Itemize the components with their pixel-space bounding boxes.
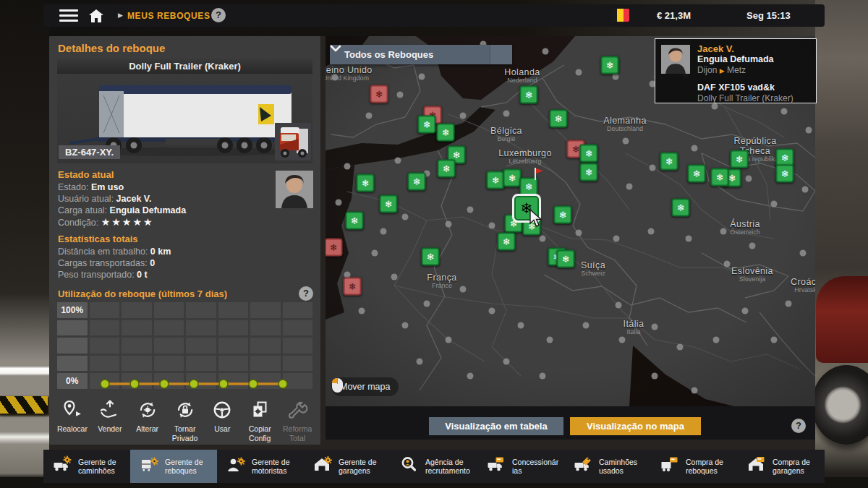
city-dot [518,322,524,329]
trailer-map-icon-green[interactable]: ❄ [422,248,440,266]
map-help-icon[interactable]: ? [791,419,806,433]
info-label: Carga atual: [58,205,110,215]
nav-item-label: Concessionárias [512,458,560,476]
home-button[interactable] [88,8,104,27]
trailer-map-icon-green[interactable]: ❄ [711,168,729,187]
trailer-map-icon-green[interactable]: ❄ [380,195,398,213]
info-label: Estado: [58,182,91,192]
city-dot [395,158,401,164]
nav-item-garage-gear[interactable]: Gerente de garagens [304,450,391,483]
city-dot [771,337,778,343]
trailer-map-icon-green[interactable]: ❄ [346,212,364,230]
nav-item-used-tag[interactable]: Caminhões usados [564,450,651,483]
trailer-map-icon-green[interactable]: ❄ [503,169,522,187]
menu-button[interactable] [59,9,78,22]
trailer-map-icon-red[interactable]: ❄ [326,239,343,257]
trailer-map-icon-green[interactable]: ❄ [672,199,690,217]
trailer-map-icon-green[interactable]: ❄ [580,163,598,181]
info-label: Usuário atual: [58,194,116,204]
nav-item-label: Gerente de motoristas [252,458,299,476]
trailer-map-icon-green[interactable]: ❄ [580,145,598,163]
city-dot [583,322,590,329]
city-dot [713,337,720,343]
action-button-private[interactable]: Tornar Privado [166,399,204,442]
breadcrumb-arrow-icon: ▶ [118,12,123,19]
city-dot [626,184,633,190]
nav-item-trailer-card[interactable]: Compra de reboques [651,450,738,483]
city-dot [806,127,812,134]
panel-title: Detalhes do reboque [58,42,312,54]
trailer-gear-icon [139,455,161,477]
sell-icon [91,399,129,422]
trailer-map-icon-green[interactable]: ❄ [688,165,706,183]
copy-icon [241,399,278,422]
table-view-button[interactable]: Visualização em tabela [429,417,563,435]
nav-item-garage-card[interactable]: Compra de garagens [738,450,825,483]
city-dot [677,344,684,351]
trailer-map-icon-green[interactable]: ❄ [487,171,505,189]
truck-thumbnail[interactable] [275,123,311,160]
chart-point [249,380,258,388]
driver-name: Jacek V. [697,43,793,54]
money-display: € 21,3M [657,10,691,21]
chart-point [101,380,109,388]
city-dot [692,388,698,394]
nav-item-label: Gerente de garagens [339,458,386,476]
city-dot [712,103,718,110]
action-label: Tornar Privado [166,424,204,442]
trailer-filter-dropdown[interactable]: Todos os Reboques [330,45,512,64]
trailer-map-icon-green[interactable]: ❄ [520,86,538,104]
city-dot [460,286,467,293]
city-dot [446,221,452,228]
nav-item-dealer-card[interactable]: Concessionárias [477,450,564,483]
trailer-map-icon-green[interactable]: ❄ [660,153,678,171]
trailer-map-icon-green[interactable]: ❄ [731,150,749,168]
action-button-use[interactable]: Usar [203,399,241,442]
trailer-map-icon-green[interactable]: ❄ [438,160,456,178]
city-dot [503,111,510,117]
action-button-modify[interactable]: Alterar [129,399,166,442]
info-value: 0 km [150,247,171,257]
info-row: Estado: Em uso [58,181,312,193]
city-dot [616,302,622,309]
stats-header: Estatísticas totais [58,234,312,244]
move-map-hint: Mover mapa [331,377,399,396]
city-dot [424,301,430,307]
chart-help-icon[interactable]: ? [299,286,313,301]
garage-gear-icon [312,455,334,477]
map-view-button[interactable]: Visualização no mapa [570,417,701,435]
top-bar: ▶ MEUS REBOQUES ? € 21,3M Seg 15:13 [43,4,825,27]
nav-item-truck-gear[interactable]: Gerente de caminhões [43,450,130,483]
trailer-map-icon-green[interactable]: ❄ [550,110,568,128]
trailer-map-icon-green[interactable]: ❄ [408,173,426,191]
trailer-map-icon-red[interactable]: ❄ [344,278,362,296]
trailer-map-icon-red[interactable]: ❄ [370,85,388,103]
action-button-sell[interactable]: Vender [91,399,129,442]
trailer-map-icon-green[interactable]: ❄ [498,233,516,251]
trailer-map-icon-green[interactable]: ❄ [418,116,436,134]
trailer-map-icon-green[interactable]: ❄ [557,250,575,268]
city-dot [489,308,495,314]
stats-section: Estatísticas totais Distância em trabalh… [58,234,312,281]
action-button-copy[interactable]: Copiar Config [241,399,278,442]
trailer-map-icon-green[interactable]: ❄ [601,56,619,74]
help-icon[interactable]: ? [211,8,226,22]
city-dot [746,176,752,182]
nav-item-label: Agência de recrutamento [425,458,473,476]
city-dot [547,337,553,343]
nav-item-trailer-gear[interactable]: Gerente de reboques [130,450,217,483]
trailer-map-icon-green[interactable]: ❄ [437,124,455,142]
truck-fender-background [816,276,868,363]
action-button-relocate[interactable]: Realocar [54,399,91,442]
nav-item-recruit-magnifier[interactable]: Agência de recrutamento [391,450,477,483]
chevron-down-icon[interactable] [490,45,512,64]
action-label: Reforma Total [278,424,316,442]
city-dot [397,92,404,98]
trailer-map-icon-green[interactable]: ❄ [776,165,794,183]
trailer-map-icon-green[interactable]: ❄ [357,174,375,192]
license-plate: BZ-647-XY. [59,145,120,159]
clock-display: Seg 15:13 [746,10,791,21]
trailer-map-icon-green[interactable]: ❄ [554,206,572,224]
city-dot [332,74,339,81]
nav-item-driver-gear[interactable]: Gerente de motoristas [217,450,304,483]
